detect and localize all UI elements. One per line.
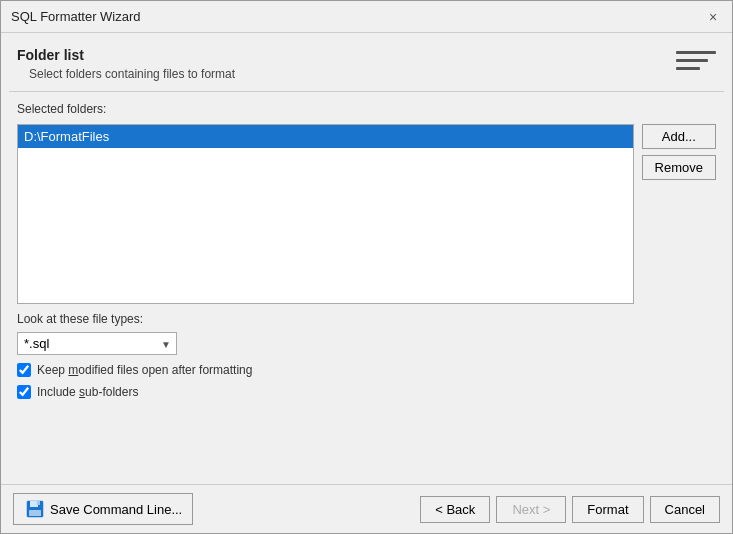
file-types-select[interactable]: *.sql *.txt *.ddl — [17, 332, 177, 355]
header-text: Folder list Select folders containing fi… — [17, 47, 235, 81]
file-types-select-wrapper: *.sql *.txt *.ddl ▼ — [17, 332, 177, 355]
sql-formatter-dialog: SQL Formatter Wizard × Folder list Selec… — [0, 0, 733, 534]
dialog-title: SQL Formatter Wizard — [11, 9, 141, 24]
include-subfolders-row: Include sub-folders — [17, 385, 716, 399]
file-types-label: Look at these file types: — [17, 312, 716, 326]
file-types-section: Look at these file types: *.sql *.txt *.… — [17, 312, 716, 355]
hamburger-line-1 — [676, 51, 716, 54]
folder-item[interactable]: D:\FormatFiles — [18, 125, 633, 148]
hamburger-line-3 — [676, 67, 700, 70]
next-button[interactable]: Next > — [496, 496, 566, 523]
folder-list[interactable]: D:\FormatFiles — [17, 124, 634, 304]
header-section: Folder list Select folders containing fi… — [1, 33, 732, 91]
include-subfolders-label: Include sub-folders — [37, 385, 138, 399]
cancel-button[interactable]: Cancel — [650, 496, 720, 523]
include-subfolders-checkbox[interactable] — [17, 385, 31, 399]
hamburger-icon — [676, 47, 716, 70]
folder-buttons: Add... Remove — [642, 124, 716, 180]
page-title: Folder list — [17, 47, 235, 63]
hamburger-line-2 — [676, 59, 708, 62]
page-subtitle: Select folders containing files to forma… — [29, 67, 235, 81]
format-button[interactable]: Format — [572, 496, 643, 523]
footer-right: < Back Next > Format Cancel — [420, 496, 720, 523]
title-bar: SQL Formatter Wizard × — [1, 1, 732, 33]
add-button[interactable]: Add... — [642, 124, 716, 149]
save-command-line-button[interactable]: Save Command Line... — [13, 493, 193, 525]
keep-modified-label: Keep modified files open after formattin… — [37, 363, 252, 377]
footer: Save Command Line... < Back Next > Forma… — [1, 484, 732, 533]
svg-rect-1 — [30, 501, 38, 507]
save-command-line-label: Save Command Line... — [50, 502, 182, 517]
selected-folders-label: Selected folders: — [17, 102, 716, 116]
back-button[interactable]: < Back — [420, 496, 490, 523]
close-button[interactable]: × — [704, 8, 722, 26]
content-area: Selected folders: D:\FormatFiles Add... … — [1, 92, 732, 484]
svg-rect-3 — [29, 510, 41, 516]
save-icon — [24, 498, 46, 520]
keep-modified-row: Keep modified files open after formattin… — [17, 363, 716, 377]
folder-area: D:\FormatFiles Add... Remove — [17, 124, 716, 304]
svg-rect-2 — [37, 501, 40, 505]
keep-modified-checkbox[interactable] — [17, 363, 31, 377]
footer-left: Save Command Line... — [13, 493, 414, 525]
remove-button[interactable]: Remove — [642, 155, 716, 180]
